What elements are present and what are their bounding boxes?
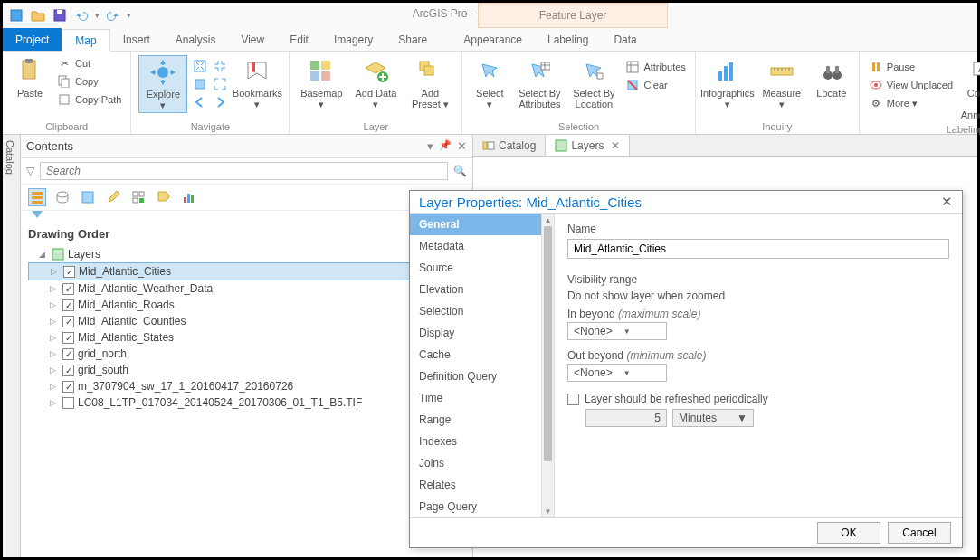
- layer-checkbox[interactable]: ✓: [62, 283, 74, 295]
- close-icon[interactable]: ✕: [457, 139, 467, 153]
- chevron-right-icon[interactable]: ▷: [50, 349, 59, 358]
- fixed-zoom-in-icon[interactable]: [213, 59, 227, 73]
- chevron-right-icon[interactable]: ▷: [50, 398, 59, 407]
- new-project-icon[interactable]: [8, 7, 24, 24]
- save-icon[interactable]: [52, 7, 68, 24]
- tab-appearance[interactable]: Appearance: [451, 28, 535, 51]
- scroll-down-icon[interactable]: ▼: [542, 505, 554, 517]
- copy-button[interactable]: Copy: [55, 73, 123, 90]
- layer-item[interactable]: ▷✓Mid_Atlantic_Weather_Data: [28, 280, 465, 297]
- list-snapping-icon[interactable]: [129, 188, 147, 206]
- chevron-right-icon[interactable]: ▷: [50, 317, 59, 326]
- convert-annotation-button[interactable]: A Convert To Annotation: [960, 55, 980, 122]
- layer-checkbox[interactable]: ✓: [62, 299, 74, 311]
- scrollbar[interactable]: ▲ ▼: [541, 214, 554, 517]
- prev-extent-icon[interactable]: [193, 95, 207, 109]
- category-relates[interactable]: Relates: [410, 474, 554, 496]
- search-input[interactable]: [40, 162, 448, 180]
- tab-project[interactable]: Project: [3, 28, 62, 51]
- layer-item[interactable]: ▷✓m_3707904_sw_17_1_20160417_20160726: [28, 378, 465, 394]
- tab-insert[interactable]: Insert: [110, 28, 163, 51]
- tab-edit[interactable]: Edit: [277, 28, 321, 51]
- add-data-button[interactable]: Add Data ▾: [351, 55, 400, 111]
- layer-checkbox[interactable]: [62, 397, 74, 409]
- infographics-button[interactable]: Infographics▾: [703, 55, 752, 111]
- category-elevation[interactable]: Elevation: [410, 279, 554, 300]
- list-drawing-order-icon[interactable]: [28, 188, 46, 206]
- view-tab-catalog[interactable]: Catalog: [473, 135, 546, 156]
- cancel-button[interactable]: Cancel: [888, 522, 951, 544]
- close-tab-icon[interactable]: ✕: [611, 139, 620, 152]
- search-icon[interactable]: 🔍: [453, 165, 467, 177]
- layer-item[interactable]: ▷✓Mid_Atlantic_Counties: [28, 313, 465, 329]
- clear-button[interactable]: Clear: [623, 77, 687, 93]
- list-labeling-icon[interactable]: [155, 188, 173, 206]
- paste-button[interactable]: Paste: [10, 55, 50, 100]
- layer-checkbox[interactable]: ✓: [62, 348, 74, 360]
- refresh-interval-input[interactable]: 5: [585, 409, 667, 427]
- layer-checkbox[interactable]: ✓: [62, 365, 74, 376]
- add-preset-button[interactable]: Add Preset ▾: [405, 55, 454, 111]
- pause-button[interactable]: Pause: [867, 59, 955, 75]
- attributes-button[interactable]: Attributes: [623, 59, 687, 75]
- explore-button[interactable]: Explore▾: [138, 55, 187, 113]
- basemap-button[interactable]: Basemap▾: [297, 55, 346, 111]
- category-general[interactable]: General: [410, 214, 554, 235]
- tab-map[interactable]: Map: [62, 29, 109, 52]
- tab-imagery[interactable]: Imagery: [321, 28, 385, 51]
- scroll-up-icon[interactable]: ▲: [542, 214, 554, 226]
- layer-item[interactable]: ▷LC08_L1TP_017034_20140524_20170306_01_T…: [28, 394, 465, 411]
- tab-labeling[interactable]: Labeling: [535, 28, 601, 51]
- refresh-checkbox[interactable]: [567, 394, 579, 405]
- bookmarks-button[interactable]: Bookmarks▾: [233, 55, 281, 111]
- category-metadata[interactable]: Metadata: [410, 235, 554, 257]
- more-button[interactable]: ⚙More ▾: [867, 95, 955, 111]
- fixed-zoom-out-icon[interactable]: [213, 77, 227, 91]
- next-extent-icon[interactable]: [213, 95, 227, 109]
- layer-checkbox[interactable]: ✓: [62, 316, 74, 327]
- select-by-location-button[interactable]: Select By Location: [569, 55, 618, 111]
- layer-checkbox[interactable]: ✓: [63, 266, 75, 278]
- autohide-icon[interactable]: ▾: [427, 139, 433, 153]
- chevron-right-icon[interactable]: ▷: [50, 365, 59, 375]
- full-extent-icon[interactable]: [193, 59, 207, 73]
- list-editing-icon[interactable]: [104, 188, 122, 206]
- layer-checkbox[interactable]: ✓: [62, 332, 74, 344]
- category-cache[interactable]: Cache: [410, 344, 554, 365]
- pin-icon[interactable]: 📌: [439, 139, 452, 153]
- cut-button[interactable]: ✂Cut: [55, 55, 123, 71]
- chevron-right-icon[interactable]: ▷: [51, 267, 60, 276]
- locate-button[interactable]: Locate: [812, 55, 852, 100]
- select-by-attributes-button[interactable]: Select By Attributes: [515, 55, 564, 111]
- chevron-right-icon[interactable]: ▷: [50, 382, 59, 391]
- select-button[interactable]: Select▾: [470, 55, 509, 111]
- chevron-right-icon[interactable]: ▷: [50, 333, 59, 342]
- name-input[interactable]: [567, 239, 949, 259]
- zoom-selection-icon[interactable]: [193, 77, 207, 91]
- undo-icon[interactable]: [73, 7, 90, 24]
- copy-path-button[interactable]: Copy Path: [55, 91, 123, 108]
- measure-button[interactable]: Measure▾: [757, 55, 806, 111]
- close-icon[interactable]: ✕: [941, 194, 953, 210]
- catalog-side-tab[interactable]: Catalog: [3, 135, 21, 557]
- tab-analysis[interactable]: Analysis: [163, 28, 229, 51]
- list-charts-icon[interactable]: [180, 188, 198, 206]
- category-range[interactable]: Range: [410, 409, 554, 431]
- layers-root[interactable]: ◢ Layers: [28, 246, 465, 262]
- category-definition-query[interactable]: Definition Query: [410, 365, 554, 387]
- layer-item[interactable]: ▷✓Mid_Atlantic_States: [28, 329, 465, 346]
- tab-share[interactable]: Share: [385, 28, 440, 51]
- tab-data[interactable]: Data: [601, 28, 649, 51]
- layer-checkbox[interactable]: ✓: [62, 381, 74, 393]
- out-beyond-combo[interactable]: <None>▼: [567, 364, 667, 382]
- layer-item[interactable]: ▷✓grid_north: [28, 346, 465, 362]
- layer-item[interactable]: ▷✓Mid_Atlantic_Cities: [28, 262, 465, 280]
- ok-button[interactable]: OK: [817, 522, 880, 544]
- category-source[interactable]: Source: [410, 257, 554, 279]
- view-tab-layers[interactable]: Layers ✕: [546, 135, 630, 156]
- list-selection-icon[interactable]: [79, 188, 97, 206]
- chevron-right-icon[interactable]: ▷: [50, 300, 59, 309]
- filter-icon[interactable]: ▽: [26, 165, 34, 177]
- redo-icon[interactable]: [105, 7, 121, 24]
- list-source-icon[interactable]: [53, 188, 71, 206]
